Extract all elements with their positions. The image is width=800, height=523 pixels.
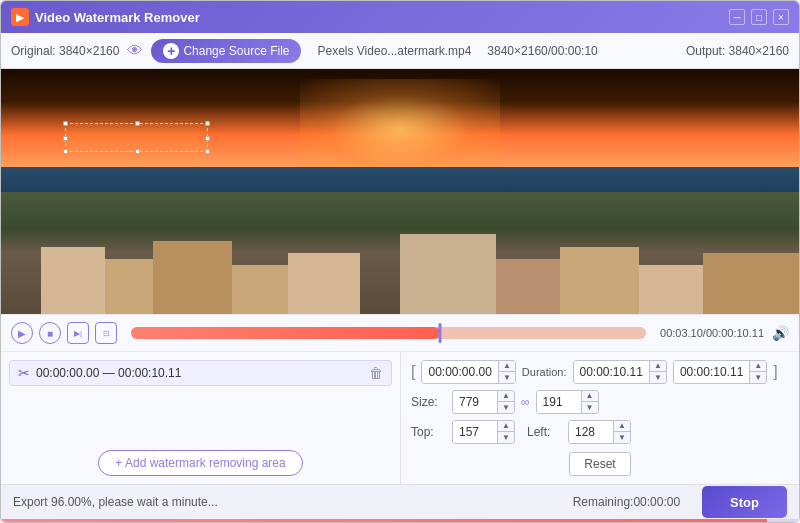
size-height-down[interactable]: ▼ [582,402,598,414]
start-time-down[interactable]: ▼ [499,372,515,384]
timeline-track[interactable] [131,327,646,339]
change-source-button[interactable]: + Change Source File [151,39,301,63]
left-input[interactable]: 128 ▲ ▼ [568,420,631,444]
app-icon: ▶ [11,8,29,26]
minimize-button[interactable]: ─ [729,9,745,25]
size-width-up[interactable]: ▲ [498,390,514,402]
volume-icon[interactable]: 🔊 [772,325,789,341]
eye-icon[interactable]: 👁 [127,42,143,60]
app-window: ▶ Video Watermark Remover ─ □ × Original… [0,0,800,523]
selection-box[interactable] [65,123,209,152]
building [400,234,496,314]
step-forward-button[interactable]: ▶| [67,322,89,344]
end-time-input[interactable]: 00:00:10.11 ▲ ▼ [673,360,767,384]
app-title: Video Watermark Remover [35,10,729,25]
play-button[interactable]: ▶ [11,322,33,344]
handle-bottom-right[interactable] [205,149,210,154]
time-display: 00:03.10/00:00:10.11 [660,327,764,339]
clip-row: ✂ 00:00:00.00 — 00:00:10.11 🗑 [9,360,392,386]
video-area [1,69,799,314]
duration-value: 00:00:10.11 [574,361,649,383]
size-height-value: 191 [537,391,581,413]
size-height-up[interactable]: ▲ [582,390,598,402]
reset-button[interactable]: Reset [569,452,630,476]
controls-bar: ▶ ■ ▶| ⊡ 00:03.10/00:00:10.11 🔊 [1,314,799,352]
toolbar: Original: 3840×2160 👁 + Change Source Fi… [1,33,799,69]
time-range-row: [ 00:00:00.00 ▲ ▼ Duration: 00:00:10.11 … [411,360,789,384]
top-value: 157 [453,421,497,443]
left-down[interactable]: ▼ [614,432,630,444]
handle-bottom-left[interactable] [63,149,68,154]
output-label: Output: 3840×2160 [686,44,789,58]
stop-button[interactable]: Stop [702,486,787,518]
progress-bar-track [1,519,799,522]
handle-middle-right[interactable] [205,136,210,141]
handle-top-right[interactable] [205,121,210,126]
remaining-time: Remaining:00:00:00 [573,495,680,509]
handle-top-left[interactable] [63,121,68,126]
size-row: Size: 779 ▲ ▼ ∞ 191 ▲ ▼ [411,390,789,414]
close-button[interactable]: × [773,9,789,25]
left-value: 128 [569,421,613,443]
window-controls: ─ □ × [729,9,789,25]
top-input[interactable]: 157 ▲ ▼ [452,420,515,444]
export-status: Export 96.00%, please wait a minute... [13,495,218,509]
original-label: Original: 3840×2160 [11,44,119,58]
stop-button[interactable]: ■ [39,322,61,344]
timeline-thumb [439,323,442,343]
top-label: Top: [411,425,446,439]
size-width-input[interactable]: 779 ▲ ▼ [452,390,515,414]
size-width-value: 779 [453,391,497,413]
building [560,247,640,314]
start-time-input[interactable]: 00:00:00.00 ▲ ▼ [421,360,515,384]
city-layer [1,192,799,315]
clip-time: 00:00:00.00 — 00:00:10.11 [36,366,363,380]
building [639,265,703,314]
building [41,247,105,314]
video-scene [1,69,799,314]
top-down[interactable]: ▼ [498,432,514,444]
right-panel: [ 00:00:00.00 ▲ ▼ Duration: 00:00:10.11 … [401,352,799,484]
bracket-open: [ [411,363,415,381]
start-time-up[interactable]: ▲ [499,360,515,372]
left-label: Left: [527,425,562,439]
status-bar: Export 96.00%, please wait a minute... R… [1,484,799,522]
handle-top-middle[interactable] [135,121,140,126]
duration-up[interactable]: ▲ [650,360,666,372]
bracket-close: ] [773,363,777,381]
trash-icon[interactable]: 🗑 [369,365,383,381]
building [496,259,560,314]
duration-down[interactable]: ▼ [650,372,666,384]
position-row: Top: 157 ▲ ▼ Left: 128 ▲ ▼ [411,420,789,444]
play-controls: ▶ ■ ▶| ⊡ [11,322,117,344]
file-info: 3840×2160/00:00:10 [487,44,597,58]
progress-bar-fill [1,519,767,522]
building [288,253,360,314]
frame-step-button[interactable]: ⊡ [95,322,117,344]
link-icon[interactable]: ∞ [521,395,530,409]
video-panel [1,69,799,314]
add-watermark-area-button[interactable]: + Add watermark removing area [98,450,302,476]
title-bar: ▶ Video Watermark Remover ─ □ × [1,1,799,33]
left-up[interactable]: ▲ [614,420,630,432]
scissors-icon: ✂ [18,365,30,381]
left-panel: ✂ 00:00:00.00 — 00:00:10.11 🗑 + Add wate… [1,352,401,484]
maximize-button[interactable]: □ [751,9,767,25]
file-name: Pexels Video...atermark.mp4 [317,44,471,58]
plus-icon: + [163,43,179,59]
bottom-panel: ✂ 00:00:00.00 — 00:00:10.11 🗑 + Add wate… [1,352,799,484]
start-time-value: 00:00:00.00 [422,361,497,383]
handle-bottom-middle[interactable] [135,149,140,154]
handle-middle-left[interactable] [63,136,68,141]
timeline-fill [131,327,440,339]
end-time-down[interactable]: ▼ [750,372,766,384]
end-time-up[interactable]: ▲ [750,360,766,372]
top-up[interactable]: ▲ [498,420,514,432]
building [232,265,288,314]
end-time-value: 00:00:10.11 [674,361,749,383]
size-label: Size: [411,395,446,409]
size-height-input[interactable]: 191 ▲ ▼ [536,390,599,414]
duration-input[interactable]: 00:00:10.11 ▲ ▼ [573,360,667,384]
building [105,259,153,314]
size-width-down[interactable]: ▼ [498,402,514,414]
